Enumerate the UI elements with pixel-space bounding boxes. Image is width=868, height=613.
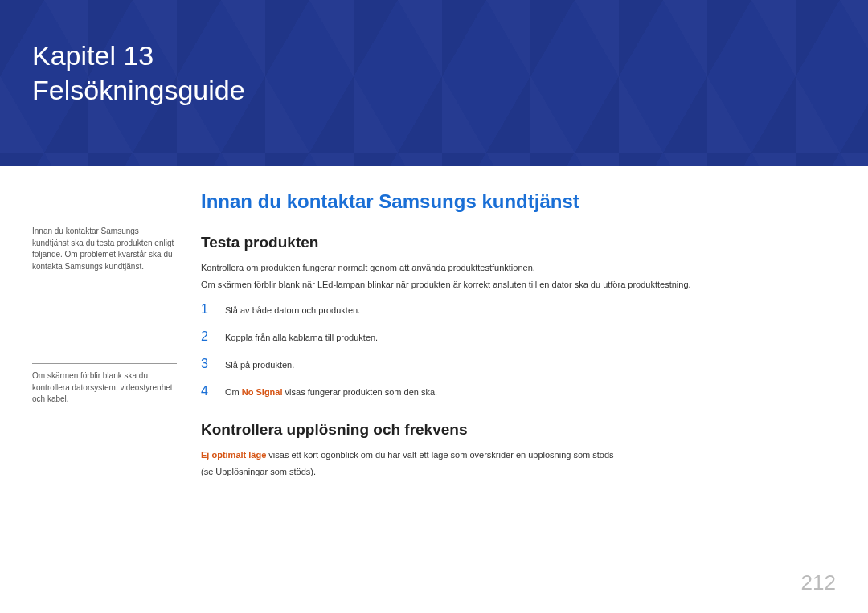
section2-p1: Ej optimalt läge visas ett kort ögonblic… [201,448,820,462]
step-text: Om No Signal visas fungerar produkten so… [225,387,437,397]
chapter-label: Kapitel 13 [32,39,245,73]
page-heading: Innan du kontaktar Samsungs kundtjänst [201,190,820,213]
section-title-resolution: Kontrollera upplösning och frekvens [201,421,820,439]
step4-bold: No Signal [242,387,283,397]
step-number: 3 [201,357,211,371]
sidebar: Innan du kontaktar Samsungs kundtjänst s… [32,166,177,412]
main-column: Innan du kontaktar Samsungs kundtjänst T… [201,190,820,481]
step-text: Slå på produkten. [225,360,294,370]
banner-text: Kapitel 13 Felsökningsguide [32,39,245,107]
section1-p1: Kontrollera om produkten fungerar normal… [201,261,820,275]
step-2: 2 Koppla från alla kablarna till produkt… [201,329,820,344]
step-number: 1 [201,302,211,317]
section1-p2: Om skärmen förblir blank när LEd-lampan … [201,278,820,292]
chapter-banner: Kapitel 13 Felsökningsguide [0,0,868,166]
step-1: 1 Slå av både datorn och produkten. [201,302,820,317]
step4-prefix: Om [225,387,242,397]
step4-suffix: visas fungerar produkten som den ska. [283,387,438,397]
chapter-title: Felsökningsguide [32,73,245,108]
section2-p2: (se Upplösningar som stöds). [201,465,820,479]
sidebar-note-2: Om skärmen förblir blank ska du kontroll… [32,363,177,412]
section2-rest: visas ett kort ögonblick om du har valt … [266,450,613,460]
step-4: 4 Om No Signal visas fungerar produkten … [201,384,820,398]
section-title-test: Testa produkten [201,234,820,251]
sidebar-note-1: Innan du kontaktar Samsungs kundtjänst s… [32,219,177,279]
steps-list: 1 Slå av både datorn och produkten. 2 Ko… [201,302,820,398]
step-number: 2 [201,329,211,344]
step-3: 3 Slå på produkten. [201,357,820,371]
section2-bold: Ej optimalt läge [201,450,266,460]
step-text: Koppla från alla kablarna till produkten… [225,333,378,342]
step-number: 4 [201,384,211,398]
page-number: 212 [801,570,836,595]
step-text: Slå av både datorn och produkten. [225,305,360,315]
